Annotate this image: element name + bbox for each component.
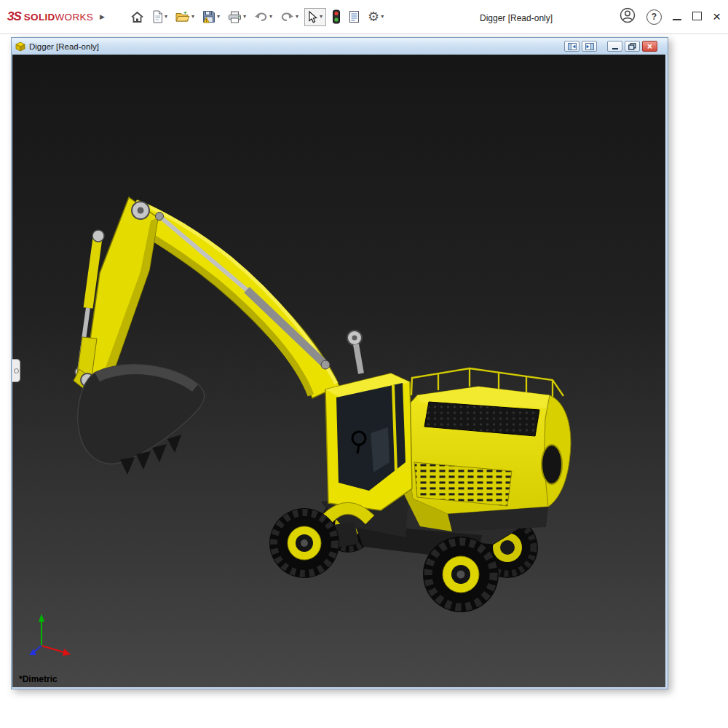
undo-button[interactable]: ▾ xyxy=(252,9,274,25)
print-icon xyxy=(228,11,242,23)
redo-icon xyxy=(280,11,294,23)
body-deck[interactable] xyxy=(403,368,571,531)
minimize-icon xyxy=(673,19,681,20)
open-folder-icon xyxy=(175,11,190,23)
pane-toggle-right-button[interactable] xyxy=(582,41,597,52)
expand-pane-icon xyxy=(14,368,19,373)
pane-toggle-right-icon xyxy=(585,43,594,50)
document-minimize-icon xyxy=(612,48,618,50)
document-restore-button[interactable] xyxy=(625,41,640,52)
wheel-rear-near[interactable] xyxy=(423,537,499,612)
dropdown-arrow-icon[interactable]: ▾ xyxy=(191,14,194,20)
redo-button[interactable]: ▾ xyxy=(278,9,301,25)
select-cursor-icon xyxy=(308,11,317,23)
wheel-front-near[interactable] xyxy=(269,508,339,578)
file-properties-button[interactable] xyxy=(347,8,362,25)
dropdown-arrow-icon[interactable]: ▾ xyxy=(269,14,272,20)
home-button[interactable] xyxy=(128,9,146,25)
app-title: Digger [Read-only] xyxy=(480,13,553,23)
save-icon xyxy=(202,10,215,23)
pane-toggle-left-button[interactable] xyxy=(564,41,579,52)
dropdown-arrow-icon[interactable]: ▾ xyxy=(320,14,323,20)
new-document-button[interactable]: ▾ xyxy=(150,8,170,25)
document-window-buttons: × xyxy=(564,41,663,52)
document-title: Digger [Read-only] xyxy=(29,42,99,51)
document-minimize-button[interactable] xyxy=(607,41,622,52)
document-close-icon: × xyxy=(647,41,652,52)
print-button[interactable]: ▾ xyxy=(226,9,248,25)
document-window: Digger [Read-only] × xyxy=(11,37,668,689)
minimize-button[interactable] xyxy=(673,10,681,23)
bucket[interactable] xyxy=(78,365,205,475)
close-button[interactable]: × xyxy=(713,9,721,24)
account-button[interactable] xyxy=(620,7,636,26)
document-titlebar[interactable]: Digger [Read-only] × xyxy=(12,38,668,55)
file-properties-icon xyxy=(349,10,360,23)
featuremanager-collapsed-tab[interactable] xyxy=(12,359,20,382)
model-canvas[interactable] xyxy=(12,55,665,687)
app-titlebar: 3S SOLIDWORKS ▶ ▾ ▾ ▾ ▾ xyxy=(0,0,728,34)
undo-icon xyxy=(254,11,268,23)
options-button[interactable]: ⚙ ▾ xyxy=(365,8,386,25)
document-restore-icon xyxy=(628,43,636,50)
maximize-button[interactable] xyxy=(692,10,702,23)
save-button[interactable]: ▾ xyxy=(200,8,222,25)
part-document-icon xyxy=(15,41,25,52)
view-orientation-label: *Dimetric xyxy=(19,674,58,684)
maximize-icon xyxy=(692,12,702,20)
pane-toggle-left-icon xyxy=(568,43,577,50)
digger-model[interactable] xyxy=(74,197,571,612)
help-button[interactable]: ? xyxy=(646,9,662,25)
dropdown-arrow-icon[interactable]: ▾ xyxy=(165,14,167,20)
brand-solid: SOLID xyxy=(24,12,55,23)
new-document-icon xyxy=(152,10,163,23)
user-account-icon xyxy=(620,7,636,23)
home-icon xyxy=(130,11,144,23)
solidworks-logo: 3S SOLIDWORKS xyxy=(7,9,93,24)
dropdown-arrow-icon[interactable]: ▾ xyxy=(381,14,384,20)
open-button[interactable]: ▾ xyxy=(173,9,197,25)
help-icon: ? xyxy=(646,9,662,25)
cab[interactable] xyxy=(325,373,412,510)
gear-icon: ⚙ xyxy=(368,10,379,23)
3ds-logo: 3S xyxy=(7,9,21,24)
document-close-button[interactable]: × xyxy=(642,41,657,52)
orientation-triad[interactable] xyxy=(29,614,71,656)
quick-access-toolbar: ▾ ▾ ▾ ▾ ▾ ▾ ▾ xyxy=(128,7,386,26)
traffic-light-icon xyxy=(332,9,341,24)
graphics-viewport[interactable]: *Dimetric xyxy=(12,55,665,687)
dropdown-arrow-icon[interactable]: ▾ xyxy=(243,14,246,20)
select-tool-button[interactable]: ▾ xyxy=(304,8,326,26)
solidworks-wordmark: SOLIDWORKS xyxy=(24,12,93,23)
dropdown-arrow-icon[interactable]: ▾ xyxy=(217,14,220,20)
close-icon: × xyxy=(713,9,721,24)
menu-expand-arrow-icon[interactable]: ▶ xyxy=(100,13,105,20)
traffic-light-button[interactable] xyxy=(330,7,343,26)
dropdown-arrow-icon[interactable]: ▾ xyxy=(296,14,298,20)
brand-works: WORKS xyxy=(55,12,94,23)
window-controls: ? × xyxy=(620,0,721,33)
